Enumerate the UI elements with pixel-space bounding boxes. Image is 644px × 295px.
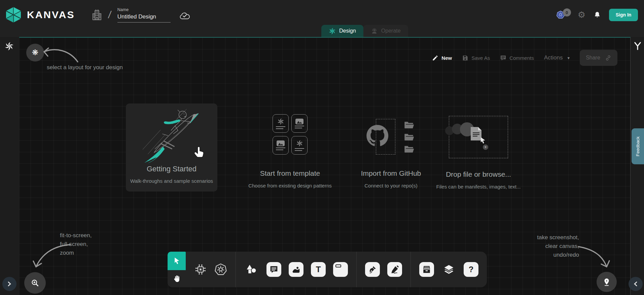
canvas-action-bar: New Save As Comments Actions ▾ Share [432,49,617,67]
design-name-input[interactable] [117,13,171,23]
archive-tool-button[interactable] [419,262,434,277]
plus-badge: + [483,144,488,150]
template-tile-image [273,136,289,155]
card-title: Getting Started [147,165,196,173]
card-subtitle: Files can be manifests, images, text... [436,184,521,189]
app-name: KANVAS [27,9,75,20]
kanvas-app: KANVAS / Name Design Operate [0,0,644,295]
layers-tool-button[interactable] [441,262,456,277]
save-as-button[interactable]: Save As [462,55,490,61]
design-canvas[interactable]: ❋ select a layout for your design New Sa… [19,37,631,295]
yaml-fork-icon[interactable] [633,41,642,51]
brand-row: KANVAS / Name [5,0,191,30]
sign-in-button[interactable]: Sign In [609,9,638,21]
magnifier-plus-icon [31,279,40,288]
layout-hint-text: select a layout for your design [47,63,123,72]
freehand-tool-button[interactable] [387,262,402,277]
folder-icon [403,133,415,142]
breadcrumb-separator: / [108,9,112,20]
shapes-icon [246,264,257,275]
share-label: Share [586,55,600,61]
template-tile-image [291,114,308,133]
card-subtitle: Walk-throughs and sample scenarios [130,178,213,184]
design-spiral-icon [329,28,336,35]
getting-started-card[interactable]: Getting Started Walk-throughs and sample… [126,103,217,192]
cursor-arrow-icon [173,257,181,265]
card-title: Start from template [260,169,320,177]
note-tool-button[interactable] [333,262,348,277]
snowflake-icon: ❋ [32,48,38,57]
tab-design[interactable]: Design [321,25,363,37]
share-button[interactable]: Share [580,50,617,66]
settings-gear-icon[interactable]: ⚙ [578,10,585,19]
cluster-count-badge: 0 [563,8,571,16]
new-label: New [441,55,452,61]
header: KANVAS / Name Design Operate [0,0,644,37]
layers-icon [443,264,455,275]
image-icon [292,265,300,274]
cursor-arrow-icon [479,136,487,144]
card-title: Import from GitHub [361,169,421,177]
kubernetes-tool-button[interactable] [214,263,227,276]
image-tool-button[interactable] [289,262,303,277]
text-tool-glyph: T [316,265,321,274]
repo-folders [403,121,415,154]
header-actions: 0 ⚙ Sign In [556,0,638,30]
spiral-logo-icon[interactable] [5,42,14,51]
pointer-tool-column [168,252,186,287]
comment-icon [270,265,278,274]
shapes-tool-button[interactable] [244,262,259,277]
components-tool-button[interactable] [194,263,207,276]
left-sidebar [0,37,19,295]
feedback-tab[interactable]: Feedback [632,128,644,164]
github-icon [365,123,390,149]
cluster-status-button[interactable]: 0 [556,9,570,20]
pencil-scribble-icon [390,265,399,274]
comments-button[interactable]: Comments [500,55,534,61]
text-tool-button[interactable]: T [311,262,326,277]
drop-zone[interactable]: + [449,116,508,158]
folder-icon [403,145,415,154]
note-icon [335,264,341,267]
pen-path-icon [368,265,377,274]
actions-dropdown[interactable]: Actions ▾ [544,54,570,61]
help-glyph: ? [469,265,474,274]
screenshot-hint-arrow [574,242,612,271]
collapse-right-panel-button[interactable] [629,277,643,291]
comment-icon [500,55,506,61]
actions-label: Actions [544,54,563,61]
notifications-bell-icon[interactable] [594,11,601,19]
comment-tool-button[interactable] [266,262,281,277]
template-tile-spiral [273,114,289,133]
layout-hint-arrow [39,44,80,65]
mode-tabs: Design Operate [321,25,408,37]
expand-left-panel-button[interactable] [2,277,16,291]
new-button[interactable]: New [432,55,452,61]
folder-icon [403,121,415,130]
pencil-icon [432,55,438,61]
annotate-pen-button[interactable] [597,272,617,292]
pan-tool-button[interactable] [168,270,186,287]
breadcrumb: / Name [92,7,190,23]
tab-operate[interactable]: Operate [363,25,408,37]
floppy-disk-icon [462,55,468,61]
chevron-down-icon: ▾ [567,55,570,60]
feedback-label: Feedback [635,136,640,156]
zoom-button[interactable] [24,272,46,294]
pen-tool-button[interactable] [365,262,380,277]
card-subtitle: Choose from existing design patterns [248,183,332,188]
hand-icon [173,275,181,283]
operate-headset-icon [371,28,378,35]
comments-label: Comments [509,55,534,61]
drop-file-card[interactable]: + Drop file or browse... Files can be ma… [428,116,529,189]
pointer-hand-cursor-icon [192,144,206,159]
card-title: Drop file or browse... [446,170,511,178]
card-subtitle: Connect to your repo(s) [364,183,418,188]
chevron-left-icon [633,281,638,287]
cloud-saved-icon [179,12,191,20]
organization-icon[interactable] [92,8,102,21]
help-tool-button[interactable]: ? [464,262,478,277]
select-tool-button[interactable] [168,252,186,270]
start-from-template-card[interactable]: Start from template Choose from existing… [240,114,341,188]
template-tile-spiral [291,136,308,155]
